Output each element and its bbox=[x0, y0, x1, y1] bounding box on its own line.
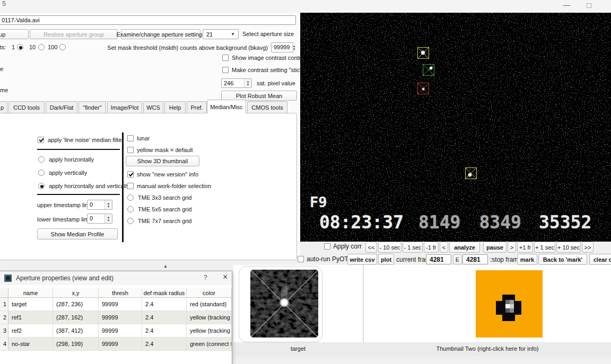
minimize-icon[interactable]: — bbox=[563, 1, 570, 9]
cell-radius[interactable]: 2.4 bbox=[142, 311, 187, 324]
back-to-mark-button[interactable]: Back to 'mark' bbox=[538, 254, 587, 265]
upper-timestamp-spinbox[interactable]: 0 ▲▼ bbox=[87, 200, 112, 210]
apply-horizontal-radio[interactable] bbox=[38, 156, 45, 163]
examine-aperture-settings-button[interactable]: Examine/change aperture settings bbox=[121, 29, 200, 39]
target-thumbnail[interactable] bbox=[250, 270, 318, 338]
cell-name[interactable]: no-star bbox=[8, 338, 53, 350]
fwd-10sec-button[interactable]: + 10 sec bbox=[556, 242, 581, 253]
tab-help[interactable]: Help bbox=[164, 101, 186, 113]
scroll-up-icon[interactable]: ▲ bbox=[163, 264, 168, 269]
back-1sec-button[interactable]: - 1 sec bbox=[403, 242, 423, 253]
cell-name[interactable]: ref2 bbox=[8, 324, 53, 337]
current-frame-input[interactable] bbox=[426, 254, 451, 264]
video-frame[interactable]: F9 08:23:37 8149 8349 35352 bbox=[300, 13, 611, 242]
table-row[interactable]: 1 target (287, 236) 99999 2.4 red (stand… bbox=[0, 298, 232, 311]
tab-wcs[interactable]: WCS bbox=[143, 101, 163, 113]
tab-dark-flat[interactable]: Dark/Flat bbox=[46, 101, 77, 113]
e-button[interactable]: E bbox=[453, 254, 462, 264]
restore-aperture-group-button[interactable]: Restore aperture group bbox=[30, 29, 118, 39]
cell-xy[interactable]: (287, 236) bbox=[53, 298, 99, 310]
analyze-button[interactable]: analyze bbox=[449, 242, 480, 253]
cell-name[interactable]: target bbox=[8, 298, 53, 310]
thumbnail-two-label[interactable]: Thumbnail Two (right-click here for info… bbox=[364, 345, 611, 352]
mask-threshold-spinbox[interactable]: 99999 ▲▼ bbox=[271, 42, 294, 52]
cell-thresh[interactable]: 99999 bbox=[99, 338, 142, 350]
tab-p-cut[interactable]: p bbox=[0, 101, 7, 113]
tme3x3-radio[interactable] bbox=[127, 194, 134, 201]
rewind-fast-button[interactable]: << bbox=[365, 242, 377, 253]
pause-button[interactable]: pause bbox=[483, 242, 507, 253]
filename-input[interactable] bbox=[0, 15, 296, 25]
aperture-box-red[interactable] bbox=[417, 83, 429, 94]
cell-color[interactable]: red (standard) bbox=[187, 298, 232, 310]
aperture-box-yellow-2[interactable] bbox=[465, 167, 477, 179]
tab-ccd-tools[interactable]: CCD tools bbox=[8, 101, 45, 113]
show-median-profile-button[interactable]: Show Median Profile bbox=[37, 228, 118, 239]
aperture-box-green[interactable] bbox=[423, 64, 434, 76]
cell-thresh[interactable]: 99999 bbox=[99, 311, 142, 324]
col-radius[interactable]: def mask radius bbox=[142, 288, 187, 298]
table-row[interactable]: 3 ref2 (387, 412) 99999 2.4 yellow (trac… bbox=[0, 324, 232, 338]
tab-image-plot[interactable]: Image/Plot bbox=[107, 101, 142, 113]
cell-thresh[interactable]: 99999 bbox=[99, 298, 142, 310]
table-row[interactable]: 2 ref1 (287, 162) 99999 2.4 yellow (trac… bbox=[0, 311, 232, 324]
plot-button[interactable]: plot bbox=[378, 254, 394, 265]
fast-forward-button[interactable]: >> bbox=[582, 242, 593, 253]
spinner-arrows-icon[interactable]: ▲▼ bbox=[104, 200, 112, 209]
help-icon[interactable]: ? bbox=[204, 274, 207, 281]
cell-name[interactable]: ref1 bbox=[8, 311, 53, 324]
spinner-arrows-icon[interactable]: ▲▼ bbox=[104, 214, 112, 223]
sat-pixel-spinbox[interactable]: 246 ▲▼ bbox=[221, 78, 252, 88]
tab-pref[interactable]: Pref. bbox=[187, 101, 207, 113]
col-xy[interactable]: x,y bbox=[53, 288, 99, 298]
aperture-group-button-cut[interactable]: oup bbox=[0, 29, 29, 39]
cell-xy[interactable]: (387, 412) bbox=[53, 324, 99, 337]
stop-frame-input[interactable] bbox=[462, 254, 488, 264]
inc-10-radio[interactable] bbox=[38, 44, 45, 50]
maximize-icon[interactable]: □ bbox=[587, 1, 591, 10]
thumbnail-two[interactable] bbox=[476, 270, 543, 338]
clear-data-button-cut[interactable]: clear da bbox=[589, 254, 611, 265]
table-row[interactable]: 4 no-star (298, 199) 99999 2.4 green (co… bbox=[0, 338, 232, 351]
tme7x7-radio[interactable] bbox=[127, 218, 134, 224]
back-10sec-button[interactable]: - 10 sec bbox=[378, 242, 401, 253]
write-csv-button[interactable]: write csv bbox=[347, 254, 377, 265]
auto-run-pyote-checkbox[interactable] bbox=[298, 256, 304, 262]
cell-xy[interactable]: (287, 162) bbox=[53, 311, 99, 324]
show-3d-thumbnail-button[interactable]: Show 3D thumbnail bbox=[126, 156, 199, 166]
step-back-button[interactable]: < bbox=[440, 242, 448, 253]
inc-1-radio[interactable] bbox=[17, 44, 23, 50]
back-1frame-button[interactable]: -1 fr bbox=[424, 242, 439, 253]
cell-thresh[interactable]: 99999 bbox=[99, 324, 142, 337]
spinner-arrows-icon[interactable]: ▲▼ bbox=[244, 79, 251, 87]
cell-color[interactable]: yellow (tracking ... bbox=[187, 311, 232, 324]
fwd-1frame-button[interactable]: +1 fr bbox=[517, 242, 533, 253]
spinner-arrows-icon[interactable]: ▲▼ bbox=[292, 43, 296, 52]
apply-corr-checkbox[interactable] bbox=[324, 243, 330, 250]
tab-median-misc[interactable]: Median/Misc bbox=[207, 100, 246, 113]
line-noise-checkbox[interactable] bbox=[38, 137, 44, 143]
cell-radius[interactable]: 2.4 bbox=[142, 298, 187, 310]
sticky-contrast-checkbox[interactable] bbox=[222, 67, 229, 73]
lower-timestamp-spinbox[interactable]: 0 ▲▼ bbox=[87, 214, 112, 224]
col-color[interactable]: color bbox=[187, 288, 232, 298]
fwd-1sec-button[interactable]: + 1 sec bbox=[534, 242, 555, 253]
aperture-box-yellow-1[interactable] bbox=[417, 47, 429, 59]
workfolder-checkbox[interactable] bbox=[127, 183, 134, 189]
yellow-mask-checkbox[interactable] bbox=[127, 147, 134, 153]
cell-xy[interactable]: (298, 199) bbox=[53, 338, 99, 350]
cell-radius[interactable]: 2.4 bbox=[142, 324, 187, 337]
mark-button[interactable]: mark bbox=[517, 254, 537, 265]
show-contrast-checkbox[interactable] bbox=[222, 55, 229, 61]
cell-color[interactable]: yellow (tracking ... bbox=[187, 324, 232, 337]
tab-finder[interactable]: "finder" bbox=[78, 101, 106, 113]
cell-radius[interactable]: 2.4 bbox=[142, 338, 187, 350]
lunar-checkbox[interactable] bbox=[127, 135, 134, 141]
col-thresh[interactable]: thresh bbox=[99, 288, 142, 298]
aperture-size-select[interactable]: 21 ▼ bbox=[203, 29, 239, 39]
tab-cmos-tools[interactable]: CMOS tools bbox=[247, 101, 287, 113]
apply-vertical-radio[interactable] bbox=[38, 170, 45, 176]
inc-100-radio[interactable] bbox=[59, 44, 66, 50]
step-forward-button[interactable]: > bbox=[508, 242, 516, 253]
col-name[interactable]: name bbox=[8, 288, 53, 298]
